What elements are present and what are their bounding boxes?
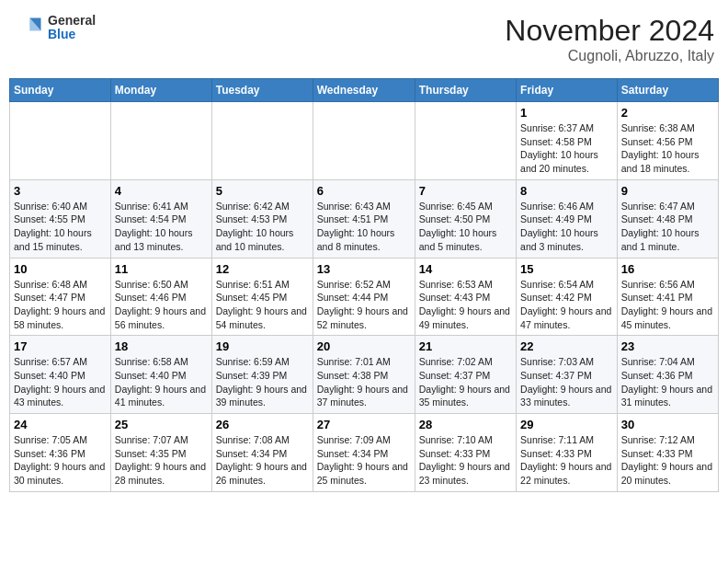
day-number: 18 [115,339,208,353]
calendar-cell: 24Sunrise: 7:05 AM Sunset: 4:36 PM Dayli… [10,414,111,492]
calendar-cell: 12Sunrise: 6:51 AM Sunset: 4:45 PM Dayli… [211,258,313,336]
day-of-week-monday: Monday [110,79,211,102]
day-number: 4 [115,184,208,198]
day-info: Sunrise: 6:47 AM Sunset: 4:48 PM Dayligh… [621,200,714,254]
logo: General Blue [18,14,96,42]
calendar-table: SundayMondayTuesdayWednesdayThursdayFrid… [9,78,719,492]
calendar-cell [313,102,415,180]
calendar-cell: 19Sunrise: 6:59 AM Sunset: 4:39 PM Dayli… [211,336,313,414]
day-info: Sunrise: 6:54 AM Sunset: 4:42 PM Dayligh… [520,278,613,332]
day-number: 19 [216,339,309,353]
calendar-cell: 26Sunrise: 7:08 AM Sunset: 4:34 PM Dayli… [211,414,313,492]
day-info: Sunrise: 7:08 AM Sunset: 4:34 PM Dayligh… [216,433,309,488]
logo-text: General Blue [48,14,96,42]
day-of-week-tuesday: Tuesday [211,79,313,102]
calendar-cell: 9Sunrise: 6:47 AM Sunset: 4:48 PM Daylig… [617,179,718,258]
day-number: 16 [621,262,714,276]
logo-general: General [48,14,96,28]
day-info: Sunrise: 6:41 AM Sunset: 4:54 PM Dayligh… [115,200,208,254]
calendar-cell: 5Sunrise: 6:42 AM Sunset: 4:53 PM Daylig… [211,179,313,258]
day-of-week-friday: Friday [517,79,618,102]
calendar-cell: 16Sunrise: 6:56 AM Sunset: 4:41 PM Dayli… [617,258,718,336]
day-number: 22 [520,339,613,353]
day-number: 28 [419,418,512,431]
calendar-cell: 6Sunrise: 6:43 AM Sunset: 4:51 PM Daylig… [313,179,415,258]
header-row: SundayMondayTuesdayWednesdayThursdayFrid… [10,79,719,102]
calendar-cell: 13Sunrise: 6:52 AM Sunset: 4:44 PM Dayli… [313,258,415,336]
day-of-week-sunday: Sunday [10,79,111,102]
calendar-cell: 10Sunrise: 6:48 AM Sunset: 4:47 PM Dayli… [10,258,111,336]
calendar-cell: 2Sunrise: 6:38 AM Sunset: 4:56 PM Daylig… [617,102,718,180]
day-info: Sunrise: 6:57 AM Sunset: 4:40 PM Dayligh… [14,355,107,409]
calendar-cell: 3Sunrise: 6:40 AM Sunset: 4:55 PM Daylig… [10,179,111,258]
day-number: 12 [216,262,309,276]
day-number: 6 [317,184,411,198]
day-info: Sunrise: 6:56 AM Sunset: 4:41 PM Dayligh… [621,278,714,332]
week-row-4: 24Sunrise: 7:05 AM Sunset: 4:36 PM Dayli… [10,414,719,492]
day-number: 15 [520,262,613,276]
day-info: Sunrise: 7:01 AM Sunset: 4:38 PM Dayligh… [317,355,411,409]
logo-icon [18,15,44,40]
day-number: 21 [419,339,512,353]
calendar-cell: 22Sunrise: 7:03 AM Sunset: 4:37 PM Dayli… [517,336,618,414]
calendar-cell: 1Sunrise: 6:37 AM Sunset: 4:58 PM Daylig… [517,102,618,180]
calendar-body: 1Sunrise: 6:37 AM Sunset: 4:58 PM Daylig… [10,102,719,492]
day-number: 2 [621,106,714,120]
day-info: Sunrise: 6:46 AM Sunset: 4:49 PM Dayligh… [520,200,613,254]
calendar-cell: 11Sunrise: 6:50 AM Sunset: 4:46 PM Dayli… [110,258,211,336]
day-info: Sunrise: 7:05 AM Sunset: 4:36 PM Dayligh… [14,433,107,488]
day-of-week-thursday: Thursday [415,79,516,102]
day-info: Sunrise: 6:42 AM Sunset: 4:53 PM Dayligh… [216,200,309,254]
day-info: Sunrise: 6:53 AM Sunset: 4:43 PM Dayligh… [419,278,512,332]
calendar-cell: 29Sunrise: 7:11 AM Sunset: 4:33 PM Dayli… [517,414,618,492]
calendar-cell: 28Sunrise: 7:10 AM Sunset: 4:33 PM Dayli… [415,414,516,492]
day-info: Sunrise: 6:59 AM Sunset: 4:39 PM Dayligh… [216,355,309,409]
calendar-cell: 20Sunrise: 7:01 AM Sunset: 4:38 PM Dayli… [313,336,415,414]
day-number: 20 [317,339,411,353]
location: Cugnoli, Abruzzo, Italy [505,48,714,64]
day-info: Sunrise: 6:37 AM Sunset: 4:58 PM Dayligh… [520,121,613,176]
day-info: Sunrise: 6:58 AM Sunset: 4:40 PM Dayligh… [115,355,208,409]
day-info: Sunrise: 7:11 AM Sunset: 4:33 PM Dayligh… [520,433,613,488]
day-of-week-wednesday: Wednesday [313,79,415,102]
day-number: 5 [216,184,309,198]
day-number: 7 [419,184,512,198]
calendar-cell: 30Sunrise: 7:12 AM Sunset: 4:33 PM Dayli… [617,414,718,492]
day-number: 30 [621,418,714,431]
day-number: 24 [14,418,107,431]
week-row-0: 1Sunrise: 6:37 AM Sunset: 4:58 PM Daylig… [10,102,719,180]
day-number: 3 [14,184,107,198]
calendar-cell: 4Sunrise: 6:41 AM Sunset: 4:54 PM Daylig… [110,179,211,258]
day-info: Sunrise: 6:51 AM Sunset: 4:45 PM Dayligh… [216,278,309,332]
calendar-cell: 8Sunrise: 6:46 AM Sunset: 4:49 PM Daylig… [517,179,618,258]
week-row-3: 17Sunrise: 6:57 AM Sunset: 4:40 PM Dayli… [10,336,719,414]
calendar-cell: 14Sunrise: 6:53 AM Sunset: 4:43 PM Dayli… [415,258,516,336]
day-number: 17 [14,339,107,353]
day-info: Sunrise: 6:48 AM Sunset: 4:47 PM Dayligh… [14,278,107,332]
day-number: 8 [520,184,613,198]
calendar-cell [10,102,111,180]
day-number: 29 [520,418,613,431]
calendar-cell [415,102,516,180]
page-header: General Blue November 2024 Cugnoli, Abru… [9,9,719,69]
calendar-cell: 7Sunrise: 6:45 AM Sunset: 4:50 PM Daylig… [415,179,516,258]
day-number: 25 [115,418,208,431]
day-info: Sunrise: 7:02 AM Sunset: 4:37 PM Dayligh… [419,355,512,409]
day-number: 14 [419,262,512,276]
day-number: 26 [216,418,309,431]
day-info: Sunrise: 6:40 AM Sunset: 4:55 PM Dayligh… [14,200,107,254]
calendar-cell: 18Sunrise: 6:58 AM Sunset: 4:40 PM Dayli… [110,336,211,414]
day-info: Sunrise: 6:43 AM Sunset: 4:51 PM Dayligh… [317,200,411,254]
title-block: November 2024 Cugnoli, Abruzzo, Italy [505,14,714,64]
day-number: 10 [14,262,107,276]
day-number: 9 [621,184,714,198]
calendar-cell: 23Sunrise: 7:04 AM Sunset: 4:36 PM Dayli… [617,336,718,414]
week-row-2: 10Sunrise: 6:48 AM Sunset: 4:47 PM Dayli… [10,258,719,336]
day-info: Sunrise: 6:38 AM Sunset: 4:56 PM Dayligh… [621,121,714,176]
calendar-cell: 21Sunrise: 7:02 AM Sunset: 4:37 PM Dayli… [415,336,516,414]
day-number: 13 [317,262,411,276]
calendar-cell: 17Sunrise: 6:57 AM Sunset: 4:40 PM Dayli… [10,336,111,414]
calendar-cell: 15Sunrise: 6:54 AM Sunset: 4:42 PM Dayli… [517,258,618,336]
day-info: Sunrise: 7:12 AM Sunset: 4:33 PM Dayligh… [621,433,714,488]
day-info: Sunrise: 7:03 AM Sunset: 4:37 PM Dayligh… [520,355,613,409]
